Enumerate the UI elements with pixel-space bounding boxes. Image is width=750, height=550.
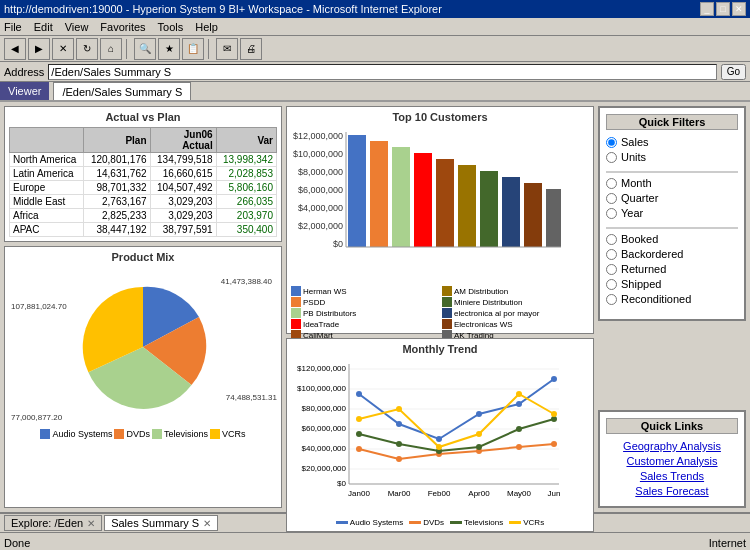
- content-tab[interactable]: /Eden/Sales Summary S: [53, 82, 191, 100]
- bottom-tab-sales-close[interactable]: ✕: [203, 518, 211, 529]
- svg-text:$60,000,000: $60,000,000: [302, 424, 347, 433]
- svg-point-53: [396, 441, 402, 447]
- avp-cell: 13,998,342: [216, 153, 276, 167]
- avp-cell: 134,799,518: [150, 153, 216, 167]
- avp-cell: 350,400: [216, 223, 276, 237]
- avp-row: Africa2,825,2333,029,203203,970: [10, 209, 277, 223]
- radio-sales-input[interactable]: [606, 137, 617, 148]
- svg-point-40: [356, 391, 362, 397]
- radio-quarter[interactable]: Quarter: [606, 192, 738, 204]
- menu-view[interactable]: View: [65, 21, 89, 33]
- mail-btn[interactable]: ✉: [216, 38, 238, 60]
- bottom-tab-explore-close[interactable]: ✕: [87, 518, 95, 529]
- radio-returned[interactable]: Returned: [606, 263, 738, 275]
- radio-year[interactable]: Year: [606, 207, 738, 219]
- legend-elec: electronica al por mayor: [442, 308, 589, 318]
- bottom-tab-explore[interactable]: Explore: /Eden ✕: [4, 515, 102, 531]
- title-text: http://demodriven:19000 - Hyperion Syste…: [4, 3, 442, 15]
- menu-tools[interactable]: Tools: [158, 21, 184, 33]
- radio-reconditioned-input[interactable]: [606, 294, 617, 305]
- svg-point-58: [356, 416, 362, 422]
- svg-rect-8: [370, 141, 388, 247]
- top10-legend: Herman WS AM Distribution PSDD Miniere D…: [291, 286, 589, 340]
- radio-month-input[interactable]: [606, 178, 617, 189]
- legend-dvds-box: [114, 429, 124, 439]
- quick-links-panel: Quick Links Geography Analysis Customer …: [598, 410, 746, 508]
- bottom-tab-explore-label: Explore: /Eden: [11, 517, 83, 529]
- radio-returned-label: Returned: [621, 263, 666, 275]
- avp-cell: 3,029,203: [150, 195, 216, 209]
- legend-psdd: PSDD: [291, 297, 438, 307]
- status-text: Done: [4, 537, 30, 549]
- svg-rect-9: [392, 147, 410, 247]
- svg-rect-16: [546, 189, 561, 247]
- radio-month[interactable]: Month: [606, 177, 738, 189]
- avp-cell: 2,763,167: [84, 195, 150, 209]
- radio-sales[interactable]: Sales: [606, 136, 738, 148]
- svg-text:May00: May00: [507, 489, 532, 498]
- link-sales-trends[interactable]: Sales Trends: [606, 470, 738, 482]
- avp-row: Latin America14,631,76216,660,6152,028,8…: [10, 167, 277, 181]
- svg-text:$4,000,000: $4,000,000: [298, 203, 343, 213]
- link-geography[interactable]: Geography Analysis: [606, 440, 738, 452]
- radio-reconditioned[interactable]: Reconditioned: [606, 293, 738, 305]
- bottom-tab-sales[interactable]: Sales Summary S ✕: [104, 515, 218, 531]
- svg-rect-7: [348, 135, 366, 247]
- close-btn[interactable]: ✕: [732, 2, 746, 16]
- radio-booked[interactable]: Booked: [606, 233, 738, 245]
- minimize-btn[interactable]: _: [700, 2, 714, 16]
- print-btn[interactable]: 🖨: [240, 38, 262, 60]
- go-btn[interactable]: Go: [721, 64, 746, 80]
- spacer: [598, 325, 746, 406]
- pm-legend: Audio Systems DVDs Televisions VCRs: [9, 429, 277, 439]
- radio-quarter-input[interactable]: [606, 193, 617, 204]
- menu-file[interactable]: File: [4, 21, 22, 33]
- svg-rect-12: [458, 165, 476, 247]
- maximize-btn[interactable]: □: [716, 2, 730, 16]
- svg-point-52: [356, 431, 362, 437]
- avp-row: APAC38,447,19238,797,591350,400: [10, 223, 277, 237]
- left-panel: Actual vs Plan Plan Jun06Actual Var Nort…: [4, 106, 282, 508]
- link-sales-forecast[interactable]: Sales Forecast: [606, 485, 738, 497]
- legend-tv-box: [152, 429, 162, 439]
- radio-units-input[interactable]: [606, 152, 617, 163]
- svg-text:$12,000,000: $12,000,000: [293, 131, 343, 141]
- avp-cell: 3,029,203: [150, 209, 216, 223]
- history-btn[interactable]: 📋: [182, 38, 204, 60]
- svg-text:$0: $0: [337, 479, 346, 488]
- legend-audio-label: Audio Systems: [52, 429, 112, 439]
- home-btn[interactable]: ⌂: [100, 38, 122, 60]
- search-btn[interactable]: 🔍: [134, 38, 156, 60]
- svg-text:Jan00: Jan00: [348, 489, 370, 498]
- avp-cell: 104,507,492: [150, 181, 216, 195]
- forward-btn[interactable]: ▶: [28, 38, 50, 60]
- radio-units[interactable]: Units: [606, 151, 738, 163]
- legend-eWS: Electronicas WS: [442, 319, 589, 329]
- product-mix-panel: Product Mix 41,473,388.40: [4, 246, 282, 508]
- back-btn[interactable]: ◀: [4, 38, 26, 60]
- radio-returned-input[interactable]: [606, 264, 617, 275]
- radio-reconditioned-label: Reconditioned: [621, 293, 691, 305]
- refresh-btn[interactable]: ↻: [76, 38, 98, 60]
- radio-shipped[interactable]: Shipped: [606, 278, 738, 290]
- actual-vs-plan-panel: Actual vs Plan Plan Jun06Actual Var Nort…: [4, 106, 282, 242]
- filter-sep2: [606, 227, 738, 229]
- svg-point-46: [356, 446, 362, 452]
- legend-herman: Herman WS: [291, 286, 438, 296]
- radio-booked-input[interactable]: [606, 234, 617, 245]
- top10-chart: $12,000,000 $10,000,000 $8,000,000 $6,00…: [291, 127, 561, 282]
- avp-cell: 120,801,176: [84, 153, 150, 167]
- title-bar: http://demodriven:19000 - Hyperion Syste…: [0, 0, 750, 18]
- radio-year-input[interactable]: [606, 208, 617, 219]
- stop-btn[interactable]: ✕: [52, 38, 74, 60]
- svg-text:$0: $0: [333, 239, 343, 249]
- link-customer[interactable]: Customer Analysis: [606, 455, 738, 467]
- radio-backordered-input[interactable]: [606, 249, 617, 260]
- menu-edit[interactable]: Edit: [34, 21, 53, 33]
- radio-shipped-input[interactable]: [606, 279, 617, 290]
- radio-backordered[interactable]: Backordered: [606, 248, 738, 260]
- address-input[interactable]: [48, 64, 716, 80]
- menu-favorites[interactable]: Favorites: [100, 21, 145, 33]
- menu-help[interactable]: Help: [195, 21, 218, 33]
- favorites-btn[interactable]: ★: [158, 38, 180, 60]
